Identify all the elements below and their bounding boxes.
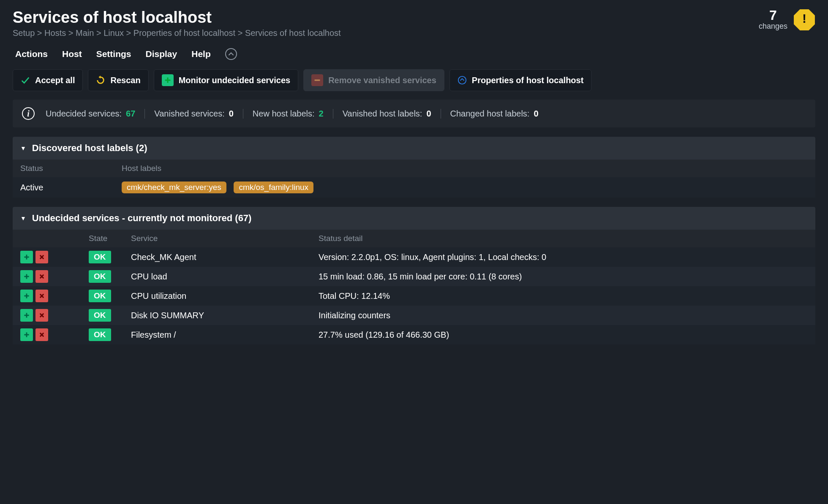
state-badge: OK	[89, 328, 111, 341]
toolbar: Accept all Rescan Monitor undecided serv…	[13, 69, 815, 91]
monitor-undecided-button[interactable]: Monitor undecided services	[154, 69, 299, 91]
menu-settings[interactable]: Settings	[96, 49, 131, 59]
breadcrumb-main[interactable]: Main	[76, 28, 94, 38]
stat-newlabels-value: 2	[319, 109, 324, 119]
host-label[interactable]: cmk/check_mk_server:yes	[122, 182, 226, 193]
menu-help[interactable]: Help	[191, 49, 211, 59]
stats-bar: i Undecided services: 67 Vanished servic…	[13, 100, 815, 127]
chevron-down-icon: ▼	[20, 215, 26, 222]
service-name: CPU utilization	[127, 291, 317, 301]
service-name: Filesystem /	[127, 330, 317, 340]
service-detail: 15 min load: 0.86, 15 min load per core:…	[317, 272, 815, 282]
remove-service-button[interactable]	[35, 251, 48, 263]
breadcrumb-properties[interactable]: Properties of host localhost	[133, 28, 235, 38]
menu-host[interactable]: Host	[62, 49, 82, 59]
service-detail: Version: 2.2.0p1, OS: linux, Agent plugi…	[317, 252, 815, 262]
breadcrumb-linux[interactable]: Linux	[104, 28, 124, 38]
stat-vanishedlabels-label: Vanished host labels:	[343, 109, 422, 119]
discovered-section-header[interactable]: ▼ Discovered host labels (2)	[13, 137, 815, 160]
add-service-button[interactable]	[20, 270, 33, 283]
col-labels-header: Host labels	[122, 164, 808, 173]
rescan-label: Rescan	[110, 76, 140, 85]
svg-marker-1	[99, 76, 101, 79]
accept-all-label: Accept all	[35, 76, 75, 85]
stat-changedlabels-value: 0	[534, 109, 538, 119]
remove-service-button[interactable]	[35, 290, 48, 302]
add-service-button[interactable]	[20, 309, 33, 322]
host-label[interactable]: cmk/os_family:linux	[234, 182, 313, 193]
stat-vanished-label: Vanished services:	[154, 109, 224, 119]
service-row: OK CPU load 15 min load: 0.86, 15 min lo…	[13, 267, 815, 286]
service-detail: Total CPU: 12.14%	[317, 291, 815, 301]
breadcrumb: Setup > Hosts > Main > Linux > Propertie…	[13, 28, 341, 38]
stat-changedlabels-label: Changed host labels:	[450, 109, 530, 119]
stat-newlabels-label: New host labels:	[253, 109, 315, 119]
svg-point-5	[458, 76, 466, 84]
add-service-button[interactable]	[20, 328, 33, 341]
add-service-button[interactable]	[20, 251, 33, 263]
remove-service-button[interactable]	[35, 270, 48, 283]
stat-vanishedlabels-value: 0	[426, 109, 431, 119]
refresh-icon	[96, 76, 105, 85]
remove-service-button[interactable]	[35, 309, 48, 322]
service-name: CPU load	[127, 272, 317, 282]
menu-display[interactable]: Display	[146, 49, 177, 59]
monitor-undecided-label: Monitor undecided services	[179, 76, 291, 85]
properties-button[interactable]: Properties of host localhost	[449, 69, 591, 91]
undecided-section-title: Undecided services - currently not monit…	[32, 213, 252, 224]
minus-icon	[311, 74, 323, 86]
remove-vanished-button: Remove vanished services	[303, 69, 444, 91]
properties-label: Properties of host localhost	[472, 76, 583, 85]
arrow-up-circle-icon	[458, 76, 467, 85]
service-name: Check_MK Agent	[127, 252, 317, 262]
col-service-header: Service	[127, 234, 317, 243]
service-detail: 27.7% used (129.16 of 466.30 GB)	[317, 330, 815, 340]
undecided-section-header[interactable]: ▼ Undecided services - currently not mon…	[13, 207, 815, 230]
discovered-status-value: Active	[20, 183, 122, 192]
state-badge: OK	[89, 309, 111, 322]
stat-vanished-value: 0	[229, 109, 234, 119]
warning-icon[interactable]: !	[793, 9, 815, 31]
service-row: OK Check_MK Agent Version: 2.2.0p1, OS: …	[13, 247, 815, 267]
col-state-header: State	[89, 234, 127, 243]
changes-indicator[interactable]: 7 changes	[759, 8, 787, 31]
state-badge: OK	[89, 290, 111, 302]
breadcrumb-hosts[interactable]: Hosts	[44, 28, 66, 38]
rescan-button[interactable]: Rescan	[88, 69, 148, 91]
state-badge: OK	[89, 270, 111, 283]
remove-vanished-label: Remove vanished services	[328, 76, 436, 85]
stat-undecided-value: 67	[126, 109, 135, 119]
col-detail-header: Status detail	[317, 234, 815, 243]
col-status-header: Status	[20, 164, 122, 173]
stat-undecided-label: Undecided services:	[46, 109, 122, 119]
page-title: Services of host localhost	[13, 8, 341, 27]
add-service-button[interactable]	[20, 290, 33, 302]
menubar: Actions Host Settings Display Help	[13, 41, 815, 68]
service-detail: Initializing counters	[317, 311, 815, 320]
chevron-up-icon[interactable]	[225, 48, 237, 60]
discovered-section-title: Discovered host labels (2)	[32, 143, 147, 154]
breadcrumb-setup[interactable]: Setup	[13, 28, 35, 38]
service-row: OK Filesystem / 27.7% used (129.16 of 46…	[13, 325, 815, 344]
accept-all-button[interactable]: Accept all	[13, 69, 83, 91]
breadcrumb-services[interactable]: Services of host localhost	[245, 28, 341, 38]
changes-count: 7	[759, 8, 787, 22]
remove-service-button[interactable]	[35, 328, 48, 341]
check-icon	[21, 76, 30, 85]
chevron-down-icon: ▼	[20, 145, 26, 152]
state-badge: OK	[89, 251, 111, 263]
service-row: OK CPU utilization Total CPU: 12.14%	[13, 286, 815, 306]
plus-icon	[162, 74, 174, 86]
service-row: OK Disk IO SUMMARY Initializing counters	[13, 306, 815, 325]
menu-actions[interactable]: Actions	[15, 49, 48, 59]
service-name: Disk IO SUMMARY	[127, 311, 317, 320]
changes-label: changes	[759, 22, 787, 31]
info-icon: i	[22, 107, 35, 120]
